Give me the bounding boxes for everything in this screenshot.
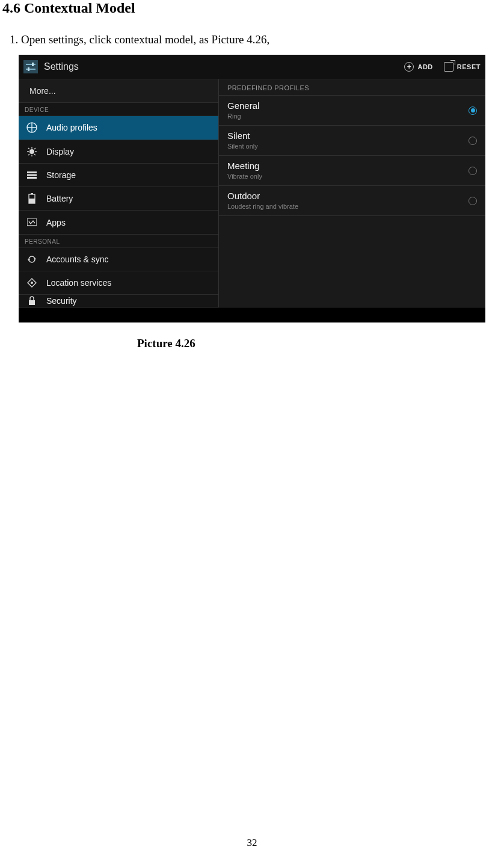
profile-general[interactable]: General Ring bbox=[219, 96, 485, 126]
audio-profiles-label: Audio profiles bbox=[46, 123, 97, 132]
profile-general-title: General bbox=[227, 100, 469, 112]
sidebar-item-storage[interactable]: Storage bbox=[19, 164, 218, 187]
radio-icon[interactable] bbox=[469, 167, 477, 175]
apps-icon bbox=[26, 217, 38, 229]
radio-icon[interactable] bbox=[469, 137, 477, 145]
settings-app-icon bbox=[23, 60, 38, 73]
sidebar-item-apps[interactable]: Apps bbox=[19, 211, 218, 234]
sidebar-item-more[interactable]: More... bbox=[19, 79, 218, 103]
accounts-sync-label: Accounts & sync bbox=[46, 255, 109, 264]
profile-meeting-subtitle: Vibrate only bbox=[227, 172, 469, 180]
settings-sidebar: More... DEVICE Audio profiles bbox=[19, 79, 218, 307]
profile-outdoor[interactable]: Outdoor Loudest ring and vibrate bbox=[219, 186, 485, 216]
apps-label: Apps bbox=[46, 218, 66, 227]
svg-rect-16 bbox=[27, 177, 37, 179]
audio-profiles-icon bbox=[26, 122, 38, 134]
svg-line-13 bbox=[28, 154, 29, 155]
display-label: Display bbox=[46, 147, 74, 156]
radio-selected-icon[interactable] bbox=[469, 106, 477, 115]
svg-point-5 bbox=[29, 149, 34, 154]
svg-rect-2 bbox=[32, 63, 34, 66]
plus-icon: + bbox=[404, 62, 414, 72]
svg-rect-15 bbox=[27, 174, 37, 176]
svg-line-12 bbox=[34, 148, 35, 149]
svg-line-11 bbox=[34, 154, 35, 155]
sidebar-item-battery[interactable]: Battery bbox=[19, 187, 218, 211]
more-label: More... bbox=[29, 86, 56, 96]
svg-rect-25 bbox=[29, 300, 35, 305]
profile-general-subtitle: Ring bbox=[227, 112, 469, 120]
reset-button[interactable]: RESET bbox=[444, 62, 481, 72]
sidebar-item-audio-profiles[interactable]: Audio profiles bbox=[19, 116, 218, 140]
reset-label: RESET bbox=[457, 63, 481, 70]
page-number: 32 bbox=[0, 837, 504, 849]
reset-icon bbox=[444, 62, 453, 72]
storage-icon bbox=[26, 169, 38, 181]
lock-icon bbox=[26, 295, 38, 307]
sidebar-header-device: DEVICE bbox=[19, 103, 218, 116]
profiles-panel: PREDEFINED PROFILES General Ring Silent … bbox=[218, 79, 485, 307]
profile-meeting-title: Meeting bbox=[227, 161, 469, 172]
profile-silent-subtitle: Silent only bbox=[227, 142, 469, 150]
profile-outdoor-title: Outdoor bbox=[227, 191, 469, 202]
svg-line-10 bbox=[28, 148, 29, 149]
settings-content: More... DEVICE Audio profiles bbox=[19, 79, 485, 307]
instruction-text: 1. Open settings, click contextual model… bbox=[10, 33, 269, 46]
battery-icon bbox=[26, 193, 38, 205]
svg-rect-19 bbox=[29, 199, 35, 203]
profile-outdoor-subtitle: Loudest ring and vibrate bbox=[227, 202, 469, 211]
sidebar-item-display[interactable]: Display bbox=[19, 140, 218, 164]
svg-rect-14 bbox=[27, 171, 37, 173]
location-icon bbox=[26, 277, 38, 289]
display-icon bbox=[26, 146, 38, 158]
add-button[interactable]: + ADD bbox=[404, 62, 432, 72]
svg-rect-3 bbox=[28, 67, 29, 71]
sidebar-item-accounts-sync[interactable]: Accounts & sync bbox=[19, 248, 218, 271]
section-heading: 4.6 Contextual Model bbox=[2, 0, 135, 16]
radio-icon[interactable] bbox=[469, 197, 477, 205]
svg-rect-1 bbox=[26, 69, 35, 70]
predefined-profiles-header: PREDEFINED PROFILES bbox=[219, 79, 485, 96]
location-label: Location services bbox=[46, 278, 111, 288]
profile-silent-title: Silent bbox=[227, 131, 469, 142]
system-nav-bar bbox=[19, 307, 485, 322]
app-title: Settings bbox=[44, 61, 393, 72]
security-label: Security bbox=[46, 296, 77, 306]
settings-screenshot: Settings + ADD RESET More... DEVICE bbox=[19, 55, 485, 322]
svg-rect-0 bbox=[26, 64, 35, 65]
sidebar-item-security[interactable]: Security bbox=[19, 295, 218, 307]
figure-caption: Picture 4.26 bbox=[137, 337, 195, 350]
sync-icon bbox=[26, 253, 38, 265]
svg-point-24 bbox=[31, 282, 33, 284]
sidebar-header-personal: PERSONAL bbox=[19, 235, 218, 248]
profile-silent[interactable]: Silent Silent only bbox=[219, 126, 485, 156]
battery-label: Battery bbox=[46, 194, 73, 203]
add-label: ADD bbox=[417, 63, 432, 70]
sidebar-item-location-services[interactable]: Location services bbox=[19, 271, 218, 295]
app-topbar: Settings + ADD RESET bbox=[19, 55, 485, 79]
storage-label: Storage bbox=[46, 170, 76, 180]
profile-meeting[interactable]: Meeting Vibrate only bbox=[219, 156, 485, 186]
